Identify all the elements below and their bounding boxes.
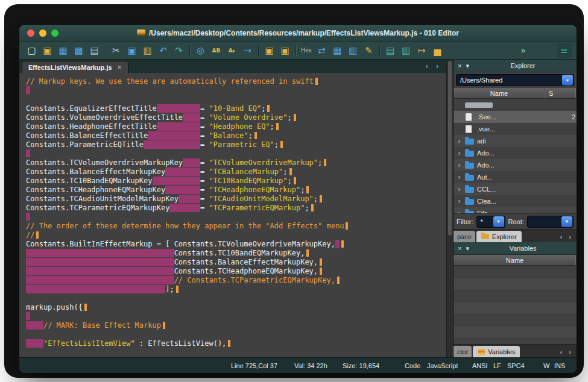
copy-icon: ▣ [127,45,136,56]
code-token: Constants.TCHeadphoneEQMarkupKey [26,186,165,194]
copy-button[interactable]: ▣ [124,43,139,58]
editor-vertical-scrollbar[interactable] [446,60,453,357]
undo-button[interactable]: ↶ [156,43,171,58]
filter-chevron-icon[interactable]: ▾ [493,216,504,227]
minimize-window-button[interactable] [39,30,46,37]
explorer-menu-chevron-icon[interactable]: ▾ [466,63,469,69]
save-all-button[interactable]: ▩ [71,43,86,58]
open-file-button[interactable]: ▣ [40,43,55,58]
cut-button[interactable]: ✂ [109,43,124,58]
explorer-row[interactable]: ›adi [454,135,577,147]
filter-label: Filter: [457,218,473,225]
code-token [157,122,200,131]
disclosure-chevron-icon[interactable]: › [457,161,462,169]
column-header-name[interactable]: Name [454,88,545,98]
status-item: ANSI [472,362,488,369]
explorer-row[interactable]: ›Clea... [454,195,577,207]
edit-tools-button[interactable]: ✎ [361,43,376,58]
jump-to-script-button[interactable]: ▣ [277,43,292,58]
disclosure-chevron-icon[interactable]: › [457,186,462,193]
code-line [26,149,446,158]
zoom-window-button[interactable] [51,30,58,37]
find-in-files-button[interactable]: A▸ [224,43,239,58]
code-token: "10-Band EQ" [209,104,261,113]
code-token: Constants.BuiltInEffectMarkup = [ Consta… [26,240,335,248]
blank-line-selection-mark [26,312,30,320]
disclosure-chevron-icon[interactable]: › [457,174,462,181]
explorer-close-icon[interactable]: × [458,63,461,69]
explorer-row[interactable]: ›File [454,207,577,213]
replace-button[interactable]: AB [209,43,224,58]
eol-whitespace-mark [324,159,326,166]
code-line: Constants.TCHeadphoneEQMarkupKey, [26,267,446,276]
paste-button[interactable]: ▥ [140,43,155,58]
root-chevron-icon[interactable]: ▾ [561,216,572,227]
save-button[interactable]: ▦ [55,43,71,58]
explorer-row[interactable]: ›CCL... [454,183,577,195]
tab-effectslistviewsmarkup[interactable]: EffectsListViewsMarkup.js × [22,61,128,73]
variables-close-icon[interactable]: × [458,245,461,252]
code-token: ; [288,113,292,122]
histogram-button[interactable]: ▅ [430,43,445,58]
explorer-row[interactable]: .vue... [454,123,577,135]
code-token [26,339,43,348]
explorer-row[interactable]: .See...2 [454,111,577,123]
hex-text-toggle-button[interactable]: ⇄ [314,43,329,58]
disclosure-chevron-icon[interactable]: › [457,149,462,157]
explorer-row[interactable] [454,99,577,111]
edit-tools-icon: ✎ [365,45,373,56]
save-all-icon: ▩ [74,45,83,56]
tab-workspace[interactable]: pace [454,231,475,242]
filter-dropdown[interactable]: * ▾ [476,216,505,228]
calculator-button[interactable]: ▦ [330,43,345,58]
tab-inspector[interactable]: ctor [454,346,472,357]
variables-tab-nav-arrows[interactable]: ‹ › [560,348,577,357]
close-window-button[interactable] [27,30,34,37]
tab-nav-arrows[interactable]: ‹ › [426,62,441,70]
run-script-button[interactable]: ▥ [399,43,414,58]
redo-button[interactable]: ↷ [171,43,186,58]
columns-icon: ▥ [349,45,357,56]
code-line: Constants.TCVolumeOverdriveMarkupKey = "… [26,158,446,168]
code-token: Constants.EqualizerEffectTitle [26,104,157,113]
disclosure-chevron-icon[interactable]: › [457,137,462,145]
code-line: Constants.BalanceEffectTitle = "Balance"… [26,131,446,140]
titlebar[interactable]: /Users/maczl/Desktop/Contents/Resources/… [19,25,577,42]
print-button[interactable]: ▤ [87,43,102,58]
disclosure-chevron-icon[interactable]: › [457,198,462,205]
explorer-row[interactable]: ›Aut... [454,171,577,183]
folder-icon [465,151,474,157]
templates-button[interactable]: ▤ [383,43,398,58]
explorer-row[interactable]: ›Ado... [454,147,577,159]
doc-icon [466,113,472,121]
scrollbar-thumb[interactable] [448,61,452,236]
overflow-button[interactable]: » [516,43,531,58]
code-token [26,321,43,330]
variables-menu-chevron-icon[interactable]: ▾ [466,245,469,252]
variables-column-header-name[interactable]: Name [454,255,577,265]
new-file-button[interactable]: ▢ [24,43,39,58]
import-button[interactable]: ↦ [414,43,429,58]
eol-whitespace-mark [346,222,348,230]
path-dropdown[interactable]: /Users/Shared ▾ [456,74,574,86]
find-button[interactable]: ◎ [193,43,208,58]
code-token: ; [305,204,309,212]
right-panel: × ▾ Explorer /Users/Shared ▾ Name S .See… [453,60,577,357]
explorer-tab-nav-arrows[interactable]: ‹ › [560,233,577,242]
path-dropdown-chevron-icon[interactable]: ▾ [562,75,573,86]
root-dropdown[interactable]: ▾ [527,216,574,228]
tab-close-icon[interactable]: × [118,63,122,72]
code-token: "Parametric EQ" [209,140,274,149]
tab-variables[interactable]: Variables [473,346,520,357]
columns-button[interactable]: ▥ [346,43,361,58]
goto-button[interactable]: → [240,43,255,58]
overflow-icon: » [520,45,526,56]
panel-menu-button[interactable]: ≡ [557,43,572,58]
jump-to-template-button[interactable]: ▣ [262,43,277,58]
explorer-row[interactable]: ›Ado... [454,159,577,171]
column-header-size[interactable]: S [545,88,577,98]
code-line: Constants.TC10BandEQMarkupKey = "TC10Ban… [26,177,446,186]
code-area[interactable]: // Markup keys. We use these are automat… [19,73,446,357]
tab-explorer[interactable]: Explorer [476,231,522,242]
code-line: Constants.BalanceEffectMarkupKey, [26,258,446,267]
